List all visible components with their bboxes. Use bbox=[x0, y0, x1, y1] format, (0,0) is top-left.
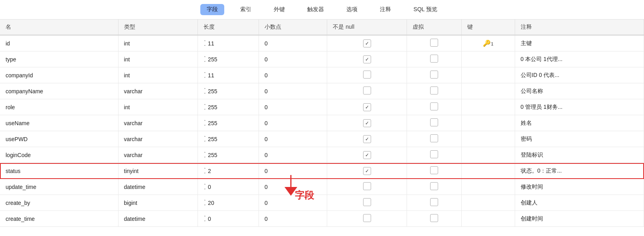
cell-virtual[interactable] bbox=[407, 147, 462, 163]
cell-notnull[interactable] bbox=[327, 211, 407, 227]
length-spinner[interactable]: ⌃⌄ bbox=[203, 120, 206, 126]
toolbar-item-fields[interactable]: 字段 bbox=[200, 4, 224, 15]
checkbox-virtual[interactable] bbox=[430, 166, 438, 174]
toolbar-item-sql-preview[interactable]: SQL 预览 bbox=[407, 4, 443, 15]
cell-notnull[interactable] bbox=[327, 179, 407, 195]
cell-type: varchar bbox=[118, 115, 198, 131]
cell-virtual[interactable] bbox=[407, 211, 462, 227]
table-row[interactable]: create_timedatetime⌃⌄00创建时间 bbox=[0, 211, 644, 227]
cell-virtual[interactable] bbox=[407, 51, 462, 67]
toolbar-item-indexes[interactable]: 索引 bbox=[234, 4, 258, 15]
table-row[interactable]: typeint⌃⌄25500 本公司 1代理... bbox=[0, 51, 644, 67]
table-row[interactable]: usePWDvarchar⌃⌄2550密码 bbox=[0, 131, 644, 147]
cell-decimal: 0 字段 bbox=[259, 179, 327, 195]
table-row[interactable]: useNamevarchar⌃⌄2550姓名 bbox=[0, 115, 644, 131]
table-body: idint⌃⌄110🔑1主键typeint⌃⌄25500 本公司 1代理...c… bbox=[0, 35, 644, 227]
length-spinner[interactable]: ⌃⌄ bbox=[203, 104, 206, 110]
cell-type: int bbox=[118, 67, 198, 83]
toolbar-item-comments[interactable]: 注释 bbox=[373, 4, 397, 15]
toolbar-item-foreign-keys[interactable]: 外键 bbox=[267, 4, 291, 15]
checkbox-notnull[interactable] bbox=[363, 151, 371, 159]
cell-key bbox=[462, 83, 515, 99]
cell-notnull[interactable] bbox=[327, 51, 407, 67]
checkbox-virtual[interactable] bbox=[430, 71, 438, 79]
col-header-1: 类型 bbox=[118, 20, 198, 35]
cell-notnull[interactable] bbox=[327, 147, 407, 163]
cell-length: ⌃⌄255 bbox=[198, 115, 259, 131]
cell-notnull[interactable] bbox=[327, 83, 407, 99]
cell-notnull[interactable] bbox=[327, 99, 407, 115]
checkbox-virtual[interactable] bbox=[430, 214, 438, 222]
table-row[interactable]: update_timedatetime⌃⌄00 字段修改时间 bbox=[0, 179, 644, 195]
checkbox-notnull[interactable] bbox=[363, 135, 371, 143]
checkbox-notnull[interactable] bbox=[363, 103, 371, 111]
table-row[interactable]: create_bybigint⌃⌄200创建人 bbox=[0, 195, 644, 211]
cell-comment: 修改时间 bbox=[515, 179, 644, 195]
checkbox-notnull[interactable] bbox=[363, 198, 371, 206]
checkbox-virtual[interactable] bbox=[430, 134, 438, 142]
cell-comment: 创建人 bbox=[515, 195, 644, 211]
cell-virtual[interactable] bbox=[407, 83, 462, 99]
checkbox-virtual[interactable] bbox=[430, 198, 438, 206]
checkbox-notnull[interactable] bbox=[363, 214, 371, 222]
checkbox-notnull[interactable] bbox=[363, 71, 371, 79]
table-row[interactable]: roleint⌃⌄25500 管理员 1财务... bbox=[0, 99, 644, 115]
toolbar-item-options[interactable]: 选项 bbox=[340, 4, 364, 15]
length-spinner[interactable]: ⌃⌄ bbox=[203, 136, 206, 142]
length-spinner[interactable]: ⌃⌄ bbox=[203, 184, 206, 190]
length-spinner[interactable]: ⌃⌄ bbox=[203, 56, 206, 63]
checkbox-notnull[interactable] bbox=[363, 55, 371, 63]
checkbox-virtual[interactable] bbox=[430, 55, 438, 63]
length-spinner[interactable]: ⌃⌄ bbox=[203, 200, 206, 206]
cell-length: ⌃⌄11 bbox=[198, 67, 259, 83]
checkbox-notnull[interactable] bbox=[363, 182, 371, 190]
cell-notnull[interactable] bbox=[327, 35, 407, 51]
table-row[interactable]: loginCodevarchar⌃⌄2550登陆标识 bbox=[0, 147, 644, 163]
length-spinner[interactable]: ⌃⌄ bbox=[203, 152, 206, 158]
checkbox-virtual[interactable] bbox=[430, 102, 438, 110]
toolbar-item-triggers[interactable]: 触发器 bbox=[301, 4, 330, 15]
length-spinner[interactable]: ⌃⌄ bbox=[203, 72, 206, 79]
table-row[interactable]: statustinyint⌃⌄20状态。0：正常... bbox=[0, 163, 644, 179]
cell-virtual[interactable] bbox=[407, 131, 462, 147]
cell-virtual[interactable] bbox=[407, 115, 462, 131]
fields-table: 名类型长度小数点不是 null虚拟键注释 idint⌃⌄110🔑1主键typei… bbox=[0, 20, 644, 227]
length-spinner[interactable]: ⌃⌄ bbox=[203, 168, 206, 174]
cell-virtual[interactable] bbox=[407, 195, 462, 211]
cell-length: ⌃⌄0 bbox=[198, 179, 259, 195]
cell-name: useName bbox=[0, 115, 118, 131]
cell-virtual[interactable] bbox=[407, 35, 462, 51]
cell-notnull[interactable] bbox=[327, 195, 407, 211]
cell-notnull[interactable] bbox=[327, 163, 407, 179]
cell-notnull[interactable] bbox=[327, 115, 407, 131]
cell-virtual[interactable] bbox=[407, 99, 462, 115]
cell-key bbox=[462, 179, 515, 195]
checkbox-notnull[interactable] bbox=[363, 167, 371, 175]
checkbox-virtual[interactable] bbox=[430, 150, 438, 158]
table-row[interactable]: companyNamevarchar⌃⌄2550公司名称 bbox=[0, 83, 644, 99]
checkbox-notnull[interactable] bbox=[363, 87, 371, 94]
checkbox-notnull[interactable] bbox=[363, 119, 371, 127]
cell-decimal: 0 bbox=[259, 147, 327, 163]
cell-type: int bbox=[118, 35, 198, 51]
cell-notnull[interactable] bbox=[327, 67, 407, 83]
cell-virtual[interactable] bbox=[407, 179, 462, 195]
length-spinner[interactable]: ⌃⌄ bbox=[203, 88, 206, 94]
length-spinner[interactable]: ⌃⌄ bbox=[203, 216, 206, 222]
table-row[interactable]: companyIdint⌃⌄110公司ID 0 代表... bbox=[0, 67, 644, 83]
checkbox-virtual[interactable] bbox=[430, 118, 438, 126]
checkbox-notnull[interactable] bbox=[363, 39, 371, 47]
checkbox-virtual[interactable] bbox=[430, 39, 438, 47]
checkbox-virtual[interactable] bbox=[430, 87, 438, 94]
cell-type: datetime bbox=[118, 179, 198, 195]
cell-type: varchar bbox=[118, 147, 198, 163]
cell-virtual[interactable] bbox=[407, 163, 462, 179]
table-row[interactable]: idint⌃⌄110🔑1主键 bbox=[0, 35, 644, 51]
cell-notnull[interactable] bbox=[327, 131, 407, 147]
length-value: 255 bbox=[208, 136, 217, 142]
cell-decimal: 0 bbox=[259, 115, 327, 131]
checkbox-virtual[interactable] bbox=[430, 182, 438, 190]
length-spinner[interactable]: ⌃⌄ bbox=[203, 40, 206, 47]
length-value: 2 bbox=[208, 168, 211, 174]
cell-virtual[interactable] bbox=[407, 67, 462, 83]
